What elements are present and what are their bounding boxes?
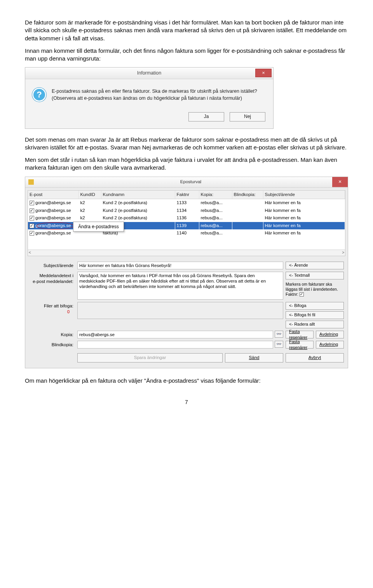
yes-button[interactable]: Ja [188, 112, 224, 121]
invoice-table[interactable]: E-post KundID Kundnamn Faktnr Kopia: Bli… [28, 190, 345, 256]
files-label: Filer att bifoga: 0 [29, 302, 75, 328]
avdelning-button[interactable]: Avdelning [316, 331, 344, 338]
faktnr-checkbox[interactable] [300, 292, 304, 297]
files-listbox[interactable] [77, 302, 283, 319]
row-checkbox[interactable] [30, 224, 34, 228]
message-textarea[interactable]: Varsågod, här kommer en faktura i PDF-fo… [77, 272, 283, 300]
row-checkbox[interactable] [30, 208, 34, 213]
kopia-label: Kopia: [29, 331, 75, 338]
binoculars-icon[interactable]: 👓 [275, 331, 283, 338]
table-header-row: E-post KundID Kundnamn Faktnr Kopia: Bli… [28, 191, 345, 199]
paragraph: Om man högerklickar på en faktura och vä… [25, 377, 348, 385]
paragraph: Innan man kommer till detta formulär, oc… [25, 47, 348, 63]
radera-allt-button[interactable]: <- Radera allt [286, 321, 344, 328]
eposturval-window: Eposturval × E-post KundID Kundnamn Fakt… [25, 177, 348, 368]
col-epost[interactable]: E-post [28, 191, 78, 199]
col-kundid[interactable]: KundID [78, 191, 101, 199]
subject-label: Subject/ärende [29, 262, 75, 269]
subject-input[interactable]: Här kommer en faktura från Görans Reseby… [77, 262, 283, 269]
app-icon [28, 179, 34, 185]
context-menu-item[interactable]: Ändra e-postadress [73, 222, 124, 232]
binoculars-icon[interactable]: 👓 [275, 341, 283, 348]
paragraph: Men som det står i rutan så kan man höge… [25, 156, 348, 172]
table-row[interactable]: goran@abergs.se k2Kund 2 (e-postfaktura)… [28, 199, 345, 207]
no-button[interactable]: Nej [230, 112, 265, 121]
row-checkbox[interactable] [30, 201, 34, 205]
arende-button[interactable]: <- Ärende [286, 262, 344, 269]
avdelning-button[interactable]: Avdelning [316, 341, 344, 349]
page-number: 7 [25, 399, 348, 406]
dialog-message: E-postadress saknas på en eller flera fa… [52, 88, 266, 102]
col-blindkopia[interactable]: Blindkopia: [232, 191, 263, 199]
spara-andringar-button[interactable]: Spara ändringar [77, 353, 223, 363]
annotation-circle [37, 222, 74, 229]
paragraph: Det som menas om man svarar Ja är att Re… [25, 136, 348, 152]
window-titlebar[interactable]: Eposturval × [25, 177, 348, 188]
blindkopia-input[interactable] [77, 341, 273, 349]
files-count: 0 [29, 309, 73, 315]
info-dialog: Information × ? E-postadress saknas på e… [25, 67, 274, 128]
scroll-left-icon[interactable]: < [29, 250, 31, 256]
fasta-resenarer-button[interactable]: Fasta resenärer [286, 341, 314, 349]
dialog-title: Information [29, 70, 269, 76]
window-title: Eposturval [37, 179, 345, 185]
table-row[interactable]: goran@abergs.se k2Kund 2 (e-postfaktura)… [28, 214, 345, 222]
col-kopia[interactable]: Kopia: [199, 191, 232, 199]
avbryt-button[interactable]: Avbryt [286, 353, 344, 363]
close-icon[interactable]: × [255, 69, 272, 77]
row-checkbox[interactable] [30, 231, 34, 236]
textmall-button[interactable]: <- Textmall [286, 272, 344, 279]
col-kundnamn[interactable]: Kundnamn [101, 191, 175, 199]
paragraph: De fakturor som är markerade för e-posts… [25, 19, 348, 42]
col-subject[interactable]: Subject/ärende [263, 191, 345, 199]
kopia-input[interactable]: rebus@abergs.se [77, 331, 273, 338]
fasta-resenarer-button[interactable]: Fasta resenärer [286, 331, 314, 338]
horizontal-scrollbar[interactable]: < > [28, 250, 345, 256]
faktnr-note: Markera om fakturanr ska läggas till sis… [286, 281, 344, 298]
close-icon[interactable]: × [332, 177, 348, 187]
row-checkbox[interactable] [30, 216, 34, 220]
table-row[interactable]: goran@abergs.se k2Kund 2 (e-postfaktura)… [28, 207, 345, 215]
scroll-right-icon[interactable]: > [342, 250, 344, 256]
blindkopia-label: Blindkopia: [29, 341, 75, 349]
dialog-titlebar[interactable]: Information × [25, 68, 273, 79]
sand-button[interactable]: Sänd [225, 353, 283, 363]
bifoga-button[interactable]: <- Bifoga [286, 302, 344, 310]
message-label: Meddelandetext ie-post meddelandet: [29, 272, 75, 300]
bifoga-fri-button[interactable]: <- Bifoga fri fil [286, 311, 344, 319]
col-faktnr[interactable]: Faktnr [175, 191, 199, 199]
question-icon: ? [32, 88, 46, 102]
